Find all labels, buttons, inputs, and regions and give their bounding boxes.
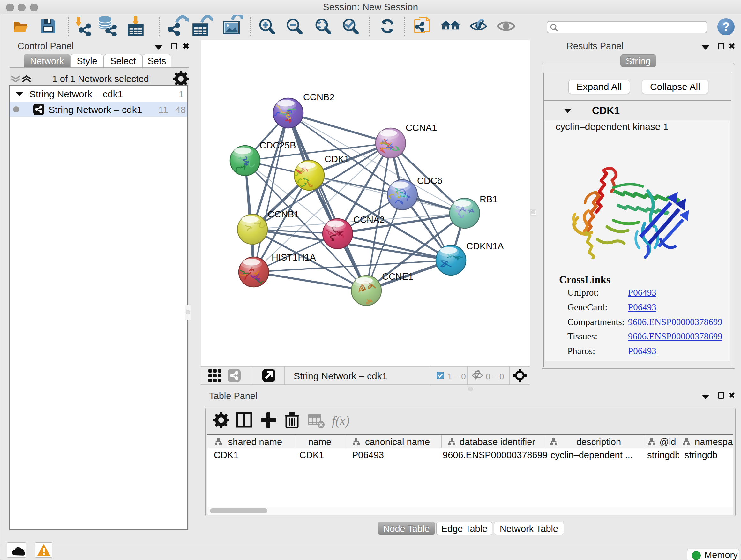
svg-text:CDC6: CDC6 bbox=[417, 176, 442, 186]
svg-text:CCNA2: CCNA2 bbox=[353, 214, 385, 225]
svg-text:CCNA1: CCNA1 bbox=[406, 123, 437, 133]
svg-text:CCNB2: CCNB2 bbox=[303, 92, 334, 102]
svg-text:HIST1H1A: HIST1H1A bbox=[272, 252, 316, 262]
svg-text:CCNE1: CCNE1 bbox=[382, 271, 413, 282]
svg-text:CDKN1A: CDKN1A bbox=[466, 241, 504, 251]
svg-text:RB1: RB1 bbox=[480, 194, 497, 204]
svg-text:CDC25B: CDC25B bbox=[259, 140, 296, 150]
svg-text:CCNB1: CCNB1 bbox=[268, 209, 299, 219]
svg-text:CDK1: CDK1 bbox=[325, 154, 349, 164]
